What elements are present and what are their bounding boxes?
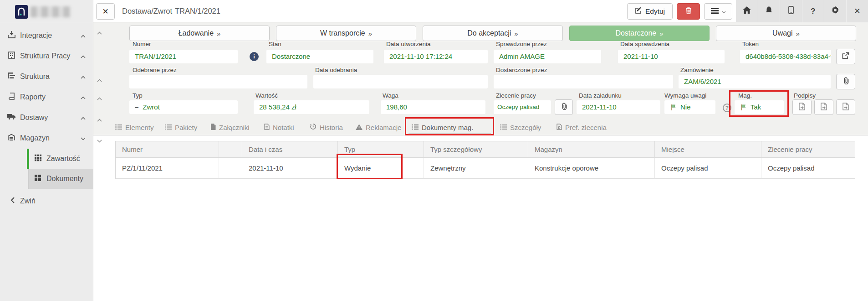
- data-sprawdzenia-field[interactable]: 2021-11-10: [618, 50, 725, 63]
- home-button[interactable]: [736, 0, 758, 22]
- sidebar-item-label: Zawartość: [46, 149, 80, 169]
- workflow-step-w-transporcie[interactable]: W transporcie »: [276, 26, 416, 41]
- column-header-zlecenie-pracy[interactable]: Zlecenie pracy: [761, 141, 855, 158]
- sidebar-item-dokumenty[interactable]: Dokumenty: [29, 169, 93, 189]
- tab-label: Dokumenty mag.: [422, 124, 473, 131]
- field-label: Podpisy: [794, 92, 816, 99]
- double-chevron-icon: »: [514, 30, 518, 37]
- workflow-step-uwagi[interactable]: Uwagi »: [716, 26, 856, 41]
- sidebar-item-zawartosc[interactable]: Zawartość: [29, 149, 93, 169]
- signature-button-1[interactable]: [792, 99, 812, 115]
- sidebar-collapse-button[interactable]: Zwiń: [0, 191, 93, 211]
- edit-button-label: Edytuj: [645, 7, 665, 16]
- mag-field[interactable]: Tak: [735, 100, 784, 114]
- warehouse-icon: [7, 134, 16, 143]
- sidebar-item-struktura-pracy[interactable]: Struktura Pracy: [0, 46, 93, 66]
- gear-icon: [831, 6, 839, 16]
- help-button[interactable]: ?: [802, 0, 824, 22]
- section-collapse-icon[interactable]: [97, 94, 102, 102]
- workflow-step-ladowanie[interactable]: Ładowanie »: [129, 26, 270, 41]
- file-badge-icon: [557, 124, 562, 131]
- truck-icon: [7, 114, 16, 122]
- app-logo[interactable]: [15, 5, 28, 19]
- edit-button[interactable]: Edytuj: [627, 3, 673, 20]
- tab-pref-zlecenia[interactable]: Pref. zlecenia: [557, 119, 607, 135]
- chevron-up-icon: [81, 73, 86, 81]
- file-icon: [210, 124, 216, 131]
- tab-historia[interactable]: Historia: [310, 119, 343, 135]
- data-zaladunku-field[interactable]: 2021-11-10: [577, 100, 660, 114]
- sidebar-item-label: Raporty: [20, 87, 46, 107]
- list-icon: [500, 124, 507, 131]
- tab-pakiety[interactable]: Pakiety: [165, 119, 197, 135]
- cell-data-i-czas: 2021-11-10: [242, 158, 338, 179]
- field-label: Data załadunku: [579, 92, 622, 99]
- chevron-up-icon: [81, 114, 86, 122]
- workflow-step-label: W transporcie: [320, 29, 365, 37]
- wymaga-uwagi-field[interactable]: Nie: [664, 100, 715, 114]
- section-collapse-icon[interactable]: [97, 28, 102, 36]
- note-icon: [264, 124, 270, 131]
- zlecenie-link-button[interactable]: [555, 99, 573, 115]
- tab-reklamacje[interactable]: Reklamacje: [356, 119, 401, 135]
- typ-field[interactable]: –Zwrot: [129, 100, 238, 114]
- tab-notatki[interactable]: Notatki: [264, 119, 294, 135]
- column-header-typ-szczegolowy[interactable]: Typ szczegółowy: [424, 141, 528, 158]
- zamowienie-field[interactable]: ZAM/6/2021: [679, 75, 831, 88]
- pencil-icon: [635, 7, 642, 16]
- data-odebrania-field[interactable]: [313, 75, 488, 88]
- table-row[interactable]: PZ/1/11/2021 – 2021-11-10 Wydanie Zewnęt…: [116, 158, 855, 179]
- help-circle-icon[interactable]: ?: [723, 104, 731, 112]
- section-collapse-icon[interactable]: [97, 115, 102, 124]
- token-field[interactable]: d640b8d6-5308-438d-83a4-f: [740, 50, 831, 63]
- field-label: Token: [742, 41, 759, 47]
- column-header-data-i-czas[interactable]: Data i czas: [242, 141, 338, 158]
- sidebar-item-dostawy[interactable]: Dostawy: [0, 108, 93, 128]
- list-icon: [165, 124, 172, 131]
- wartosc-field[interactable]: 28 538,24 zł: [254, 100, 369, 114]
- external-link-icon: [842, 52, 849, 61]
- workflow-step-label: Ładowanie: [179, 29, 214, 37]
- notifications-button[interactable]: [758, 0, 780, 22]
- tab-dokumenty-mag[interactable]: Dokumenty mag.: [412, 119, 473, 135]
- tab-elementy[interactable]: Elementy: [115, 119, 154, 135]
- section-expand-icon[interactable]: [97, 136, 102, 145]
- waga-field[interactable]: 198,60: [381, 100, 485, 114]
- zamowienie-link-button[interactable]: [836, 74, 855, 89]
- column-header-miejsce[interactable]: Miejsce: [655, 141, 761, 158]
- column-header-icon[interactable]: [219, 141, 242, 158]
- sidebar: Integracje Struktura Pracy Struktura Rap…: [0, 0, 93, 301]
- stan-field[interactable]: Dostarczone: [266, 50, 373, 63]
- sidebar-item-magazyn[interactable]: Magazyn: [0, 128, 93, 148]
- column-header-typ[interactable]: Typ: [338, 141, 424, 158]
- sprawdzone-przez-field[interactable]: Admin AMAGE: [494, 50, 601, 63]
- sidebar-item-raporty[interactable]: Raporty: [0, 87, 93, 107]
- numer-field[interactable]: TRAN/1/2021: [129, 50, 238, 63]
- settings-button[interactable]: [824, 0, 846, 22]
- signature-button-2[interactable]: [814, 99, 833, 115]
- mobile-button[interactable]: [780, 0, 802, 22]
- book-icon: [7, 93, 16, 102]
- more-actions-menu-button[interactable]: [704, 3, 732, 20]
- delete-button[interactable]: [677, 3, 700, 20]
- column-header-numer[interactable]: Numer: [116, 141, 219, 158]
- help-icon: ?: [811, 7, 815, 16]
- column-header-magazyn[interactable]: Magazyn: [528, 141, 655, 158]
- odebrane-przez-field[interactable]: [129, 75, 307, 88]
- zlecenie-pracy-field[interactable]: Oczepy palisad: [494, 100, 551, 114]
- dostarczone-przez-field[interactable]: [494, 75, 673, 88]
- close-app-button[interactable]: ✕: [846, 0, 868, 22]
- sidebar-item-integracje[interactable]: Integracje: [0, 26, 93, 46]
- tab-szczegoly[interactable]: Szczegóły: [500, 119, 541, 135]
- info-icon[interactable]: i: [250, 52, 259, 61]
- close-record-button[interactable]: ✕: [96, 3, 115, 20]
- signature-button-3[interactable]: [836, 99, 855, 115]
- workflow-step-dostarczone[interactable]: Dostarczone »: [569, 26, 710, 41]
- workflow-step-do-akceptacji[interactable]: Do akceptacji »: [423, 26, 563, 41]
- app-window: Integracje Struktura Pracy Struktura Rap…: [0, 0, 868, 301]
- sidebar-item-struktura[interactable]: Struktura: [0, 67, 93, 87]
- data-utworzenia-field[interactable]: 2021-11-10 17:12:24: [384, 50, 488, 63]
- tab-zalaczniki[interactable]: Załączniki: [210, 119, 250, 135]
- open-token-button[interactable]: [836, 49, 855, 64]
- section-collapse-icon[interactable]: [97, 76, 102, 84]
